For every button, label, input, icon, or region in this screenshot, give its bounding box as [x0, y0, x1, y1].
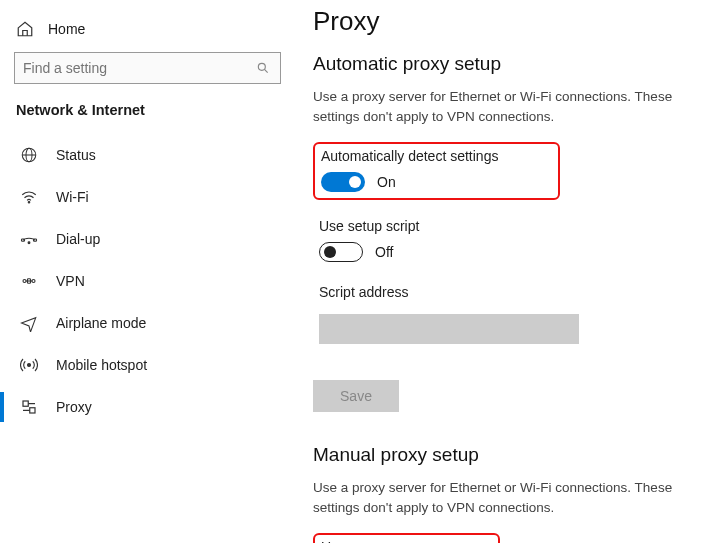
- svg-point-10: [32, 280, 35, 283]
- setup-script-block: Use setup script Off: [313, 214, 690, 266]
- svg-line-1: [264, 69, 267, 72]
- svg-rect-14: [23, 401, 28, 406]
- save-button[interactable]: Save: [313, 380, 399, 412]
- sidebar-section-title: Network & Internet: [10, 102, 285, 134]
- auto-detect-block: Automatically detect settings On: [313, 142, 560, 200]
- sidebar-item-dialup[interactable]: Dial-up: [10, 218, 285, 260]
- script-address-label: Script address: [319, 284, 684, 300]
- sidebar-item-label: Status: [56, 147, 96, 163]
- svg-point-13: [28, 364, 31, 367]
- search-icon: [254, 59, 272, 77]
- airplane-icon: [20, 314, 38, 332]
- dialup-icon: [20, 230, 38, 248]
- globe-icon: [20, 146, 38, 164]
- sidebar-item-hotspot[interactable]: Mobile hotspot: [10, 344, 285, 386]
- sidebar-item-label: Mobile hotspot: [56, 357, 147, 373]
- hotspot-icon: [20, 356, 38, 374]
- vpn-icon: [20, 272, 38, 290]
- sidebar-item-label: VPN: [56, 273, 85, 289]
- sidebar-item-airplane[interactable]: Airplane mode: [10, 302, 285, 344]
- use-proxy-label: Use a proxy server: [321, 539, 438, 543]
- search-input[interactable]: [23, 60, 254, 76]
- manual-proxy-desc: Use a proxy server for Ethernet or Wi-Fi…: [313, 478, 690, 517]
- sidebar-item-label: Wi-Fi: [56, 189, 89, 205]
- use-proxy-block: Use a proxy server Off: [313, 533, 500, 543]
- setup-script-toggle[interactable]: [319, 242, 363, 262]
- home-label: Home: [48, 21, 85, 37]
- auto-proxy-desc: Use a proxy server for Ethernet or Wi-Fi…: [313, 87, 690, 126]
- sidebar-item-label: Dial-up: [56, 231, 100, 247]
- home-link[interactable]: Home: [10, 14, 285, 48]
- auto-detect-toggle[interactable]: [321, 172, 365, 192]
- svg-point-0: [258, 63, 265, 70]
- home-icon: [16, 20, 34, 38]
- search-box[interactable]: [14, 52, 281, 84]
- setup-script-label: Use setup script: [319, 218, 684, 234]
- sidebar-item-status[interactable]: Status: [10, 134, 285, 176]
- manual-proxy-heading: Manual proxy setup: [313, 444, 690, 466]
- sidebar-item-vpn[interactable]: VPN: [10, 260, 285, 302]
- settings-sidebar: Home Network & Internet Status Wi-Fi Dia…: [0, 0, 295, 543]
- auto-proxy-heading: Automatic proxy setup: [313, 53, 690, 75]
- sidebar-item-label: Airplane mode: [56, 315, 146, 331]
- wifi-icon: [20, 188, 38, 206]
- svg-point-5: [28, 202, 30, 204]
- sidebar-list: Status Wi-Fi Dial-up VPN Airplane mode: [10, 134, 285, 428]
- auto-detect-state: On: [377, 174, 396, 190]
- sidebar-item-wifi[interactable]: Wi-Fi: [10, 176, 285, 218]
- script-address-input[interactable]: [319, 314, 579, 344]
- svg-point-6: [28, 242, 30, 244]
- sidebar-item-proxy[interactable]: Proxy: [10, 386, 285, 428]
- setup-script-state: Off: [375, 244, 393, 260]
- page-title: Proxy: [313, 6, 690, 37]
- auto-detect-label: Automatically detect settings: [321, 148, 498, 164]
- svg-point-9: [23, 280, 26, 283]
- proxy-icon: [20, 398, 38, 416]
- svg-rect-15: [30, 408, 35, 413]
- sidebar-item-label: Proxy: [56, 399, 92, 415]
- script-address-block: Script address: [313, 280, 690, 348]
- main-content: Proxy Automatic proxy setup Use a proxy …: [295, 0, 720, 543]
